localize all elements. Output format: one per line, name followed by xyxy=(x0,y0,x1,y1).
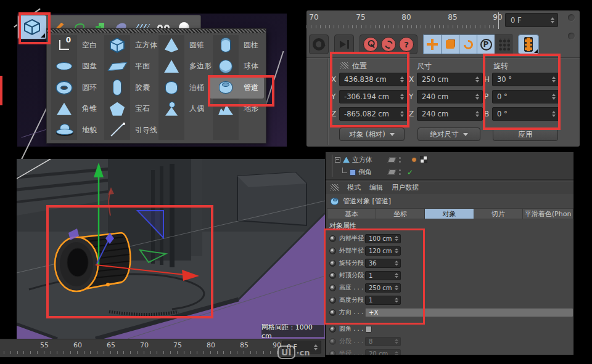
stepper-arrows-icon[interactable] xyxy=(395,261,399,265)
frame-counter-field[interactable]: 0 F xyxy=(505,13,558,27)
menu-item-cone[interactable]: 圆锥 xyxy=(155,34,210,56)
stepper-arrows-icon[interactable] xyxy=(552,76,556,83)
object-row-bevel[interactable]: 倒角 xyxy=(342,168,372,177)
timeline-ruler[interactable]: 55 60 65 70 75 80 85 90 xyxy=(0,339,325,357)
apply-button[interactable]: 应用 xyxy=(493,127,558,141)
stepper-arrows-icon[interactable] xyxy=(395,273,399,278)
layer-toggle-icon[interactable] xyxy=(388,169,397,175)
menu-item-tube[interactable]: 管道 xyxy=(210,77,264,99)
menu-item-figure[interactable]: 人偶 xyxy=(155,99,210,120)
stepper-arrows-icon[interactable] xyxy=(400,111,405,117)
tab-coordinates[interactable]: 坐标 xyxy=(376,208,424,219)
key-position-button[interactable] xyxy=(423,34,441,54)
panel-grip-icon[interactable] xyxy=(340,62,348,69)
keyframe-radio-icon[interactable] xyxy=(329,260,336,267)
menu-item-pyramid[interactable]: 角锥 xyxy=(48,99,101,120)
menu-item-null[interactable]: 空白 xyxy=(48,34,101,56)
panel-grip-icon[interactable] xyxy=(331,184,339,191)
stepper-arrows-icon[interactable] xyxy=(395,297,399,302)
viewport-3d[interactable]: 网格间距 : 1000 cm xyxy=(17,159,325,339)
orientation-dropdown[interactable]: +X xyxy=(365,308,574,317)
menu-item-polygon[interactable]: 多边形 xyxy=(155,56,210,78)
menu-item-guide[interactable]: 引导线 xyxy=(101,119,155,141)
rotation-h-field[interactable]: 30 ° xyxy=(492,73,559,86)
tube-object[interactable] xyxy=(55,233,130,291)
object-relative-dropdown[interactable]: 对象 (相对) xyxy=(339,127,405,141)
key-parameter-button[interactable]: P xyxy=(477,34,495,54)
size-x-field[interactable]: 250 cm xyxy=(417,73,483,86)
position-y-field[interactable]: -306.194 cm xyxy=(339,90,408,103)
height-field[interactable]: 250 cm xyxy=(365,283,401,293)
menu-userdata[interactable]: 用户数据 xyxy=(392,183,419,192)
tab-basic[interactable]: 基本 xyxy=(327,208,376,219)
keyframe-selection-button[interactable]: ? xyxy=(399,37,414,52)
layer-toggle-icon[interactable] xyxy=(388,157,397,163)
menu-item-cylinder[interactable]: 圆柱 xyxy=(210,34,266,56)
visibility-dots-icon[interactable] xyxy=(399,157,401,163)
size-z-field[interactable]: 240 cm xyxy=(417,107,483,121)
menu-item-plane[interactable]: 平面 xyxy=(101,56,155,78)
menu-item-cube[interactable]: 立方体 xyxy=(101,34,155,56)
menu-item-disc[interactable]: 圆盘 xyxy=(48,56,101,78)
menu-item-capsule[interactable]: 胶囊 xyxy=(101,77,155,99)
stepper-arrows-icon[interactable] xyxy=(475,94,480,100)
add-primitive-cube-button[interactable] xyxy=(18,15,46,39)
outer-radius-field[interactable]: 120 cm xyxy=(365,246,401,256)
size-y-field[interactable]: 240 cm xyxy=(417,90,483,103)
tab-phong[interactable]: 平滑着色(Phon xyxy=(522,208,574,219)
rotation-p-field[interactable]: 0 ° xyxy=(492,90,559,103)
stepper-arrows-icon[interactable] xyxy=(395,248,399,253)
render-preview-button[interactable] xyxy=(518,34,539,54)
stepper-arrows-icon[interactable] xyxy=(400,76,405,83)
enabled-check-icon[interactable]: ✓ xyxy=(407,169,413,176)
keyframe-radio-icon[interactable] xyxy=(329,235,336,242)
menu-item-sphere[interactable]: 球体 xyxy=(210,56,266,78)
object-row-cube[interactable]: 立方体 xyxy=(335,155,372,164)
menu-edit[interactable]: 编辑 xyxy=(369,183,383,192)
goto-end-button[interactable] xyxy=(334,34,354,54)
record-key-button[interactable] xyxy=(363,37,378,52)
menu-mode[interactable]: 模式 xyxy=(347,183,361,192)
stepper-arrows-icon[interactable] xyxy=(395,285,399,290)
stepper-arrows-icon[interactable] xyxy=(475,111,480,117)
stepper-arrows-icon[interactable] xyxy=(395,236,399,241)
visibility-dots-icon[interactable] xyxy=(399,169,401,175)
height-segments-field[interactable]: 1 xyxy=(365,296,401,305)
tab-slice[interactable]: 切片 xyxy=(474,208,522,219)
stepper-arrows-icon[interactable] xyxy=(551,17,555,23)
rotation-b-field[interactable]: 0 ° xyxy=(492,107,559,121)
absolute-size-dropdown[interactable]: 绝对尺寸 xyxy=(417,127,480,141)
inner-radius-field[interactable]: 100 cm xyxy=(365,234,401,243)
position-z-field[interactable]: -865.082 cm xyxy=(339,107,408,121)
rotation-segments-field[interactable]: 36 xyxy=(365,259,401,268)
keyframe-radio-icon[interactable] xyxy=(329,309,336,316)
cap-segments-field[interactable]: 1 xyxy=(365,271,401,280)
stepper-arrows-icon[interactable] xyxy=(314,344,318,350)
timeline-playhead[interactable] xyxy=(498,12,499,29)
autokey-button[interactable] xyxy=(381,37,396,52)
timeline-ruler[interactable] xyxy=(306,25,503,28)
stepper-arrows-icon[interactable] xyxy=(552,94,556,100)
collapse-icon[interactable] xyxy=(335,157,340,163)
key-rotation-button[interactable] xyxy=(459,34,477,54)
keyframe-radio-icon[interactable] xyxy=(329,326,336,333)
menu-item-oiltank[interactable]: 油桶 xyxy=(155,77,210,99)
menu-item-gem[interactable]: 宝石 xyxy=(101,99,155,120)
menu-item-landscape[interactable]: 地貌 xyxy=(48,119,101,141)
loop-button[interactable] xyxy=(309,34,329,54)
material-tag-icon[interactable] xyxy=(411,157,417,163)
menu-drag-handle[interactable] xyxy=(47,29,266,33)
stepper-arrows-icon[interactable] xyxy=(400,94,405,100)
tab-object[interactable]: 对象 xyxy=(424,208,473,219)
menu-item-terrain[interactable]: 地形 xyxy=(210,99,266,120)
stepper-arrows-icon[interactable] xyxy=(552,111,556,117)
key-scale-button[interactable] xyxy=(441,34,459,54)
keyframe-radio-icon[interactable] xyxy=(329,248,336,254)
keyframe-radio-icon[interactable] xyxy=(329,272,336,279)
keyframe-radio-icon[interactable] xyxy=(329,285,336,291)
keyframe-radio-icon[interactable] xyxy=(329,297,336,304)
stepper-arrows-icon[interactable] xyxy=(475,76,480,83)
texture-tag-icon[interactable] xyxy=(420,156,427,163)
menu-item-torus[interactable]: 圆环 xyxy=(48,77,101,99)
fillet-checkbox[interactable] xyxy=(365,326,372,333)
